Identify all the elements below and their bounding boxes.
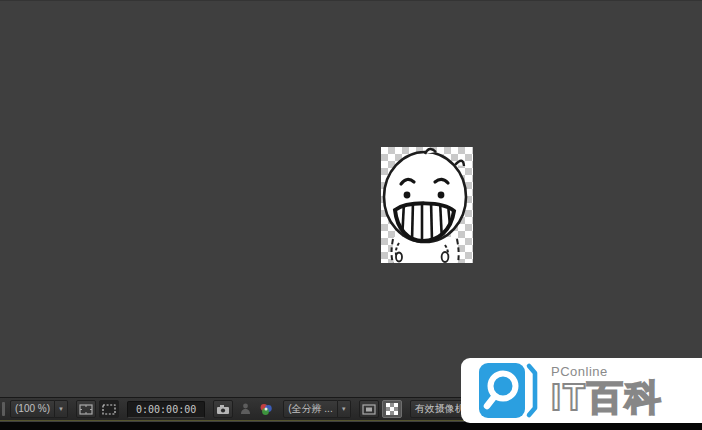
magnification-dropdown[interactable]: (100 %) ▼ xyxy=(10,400,68,418)
cartoon-character-image xyxy=(381,147,473,263)
grid-icon xyxy=(79,404,93,415)
chevron-down-icon[interactable]: ▼ xyxy=(55,400,68,418)
resolution-dropdown[interactable]: (全分辨 ... ▼ xyxy=(283,400,350,418)
scrollbar-corner xyxy=(2,402,5,416)
watermark-text: PConline IT百科 xyxy=(551,365,663,416)
timecode-field[interactable]: 0:00:00:00 xyxy=(127,401,205,418)
region-of-interest-icon xyxy=(102,404,116,415)
watermark-title: IT百科 xyxy=(551,380,663,416)
chevron-down-icon[interactable]: ▼ xyxy=(338,400,351,418)
transparency-grid-icon xyxy=(386,403,398,415)
composition-canvas xyxy=(381,147,473,263)
show-channel-icon xyxy=(259,403,273,416)
watermark-badge: PConline IT百科 xyxy=(461,358,702,423)
after-effects-composition-panel: (100 %) ▼ 0:00:00:00 xyxy=(0,0,702,430)
itbaike-logo-icon xyxy=(467,361,545,421)
target-region-icon xyxy=(362,404,376,415)
resolution-value: (全分辨 ... xyxy=(283,400,337,418)
magnification-value: (100 %) xyxy=(10,400,55,418)
show-channel-button[interactable] xyxy=(257,400,275,418)
show-snapshot-button[interactable] xyxy=(236,400,254,418)
region-of-interest-button[interactable] xyxy=(99,400,119,418)
panel-bottom-strip xyxy=(0,422,702,430)
snapshot-camera-icon xyxy=(216,404,230,415)
transparency-grid-button[interactable] xyxy=(382,400,402,418)
grid-and-guides-button[interactable] xyxy=(76,400,96,418)
show-last-snapshot-icon xyxy=(240,403,251,415)
snapshot-button[interactable] xyxy=(213,400,233,418)
target-region-button[interactable] xyxy=(359,400,379,418)
composition-viewer[interactable] xyxy=(0,0,702,397)
